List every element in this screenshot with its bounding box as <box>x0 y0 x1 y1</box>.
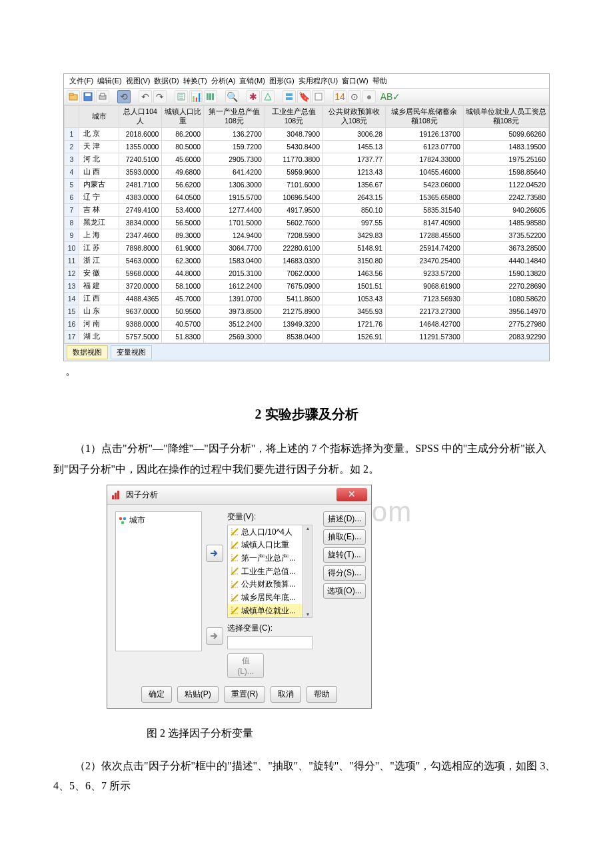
cell-value[interactable]: 5835.31540 <box>386 204 464 217</box>
row-number[interactable]: 1 <box>65 128 79 141</box>
variable-item[interactable]: 城镇单位就业... <box>228 604 312 617</box>
variables-list[interactable]: 总人口/10^4人城镇人口比重第一产业总产...工业生产总值...公共财政预算.… <box>227 525 312 618</box>
cell-value[interactable]: 5423.06000 <box>386 179 464 191</box>
cell-value[interactable]: 2018.6000 <box>119 128 162 141</box>
cell-value[interactable]: 22173.27300 <box>386 305 464 318</box>
cell-value[interactable]: 2775.27980 <box>463 318 548 331</box>
col-urban[interactable]: 城镇人口比重 <box>162 106 204 128</box>
show-all-vars-icon[interactable]: 14 <box>333 90 346 103</box>
menu-analyze[interactable]: 分析(A) <box>210 75 237 87</box>
variable-item[interactable]: 工业生产总值... <box>228 565 312 578</box>
cell-value[interactable]: 136.2700 <box>204 128 265 141</box>
cell-value[interactable]: 1080.58620 <box>463 293 548 305</box>
cell-city[interactable]: 辽 宁 <box>79 191 119 204</box>
menu-edit[interactable]: 编辑(E) <box>96 75 123 87</box>
source-variable-list[interactable]: 城市 <box>115 511 202 651</box>
menu-data[interactable]: 数据(D) <box>153 75 180 87</box>
table-row[interactable]: 17湖 北5757.500051.83002569.30008538.04001… <box>65 331 549 343</box>
help-button[interactable]: 帮助 <box>306 686 337 703</box>
value-labels-icon[interactable]: 🔖 <box>297 90 310 103</box>
describe-button[interactable]: 描述(D)... <box>323 511 366 527</box>
cell-value[interactable]: 49.6800 <box>162 166 204 179</box>
cell-city[interactable]: 湖 北 <box>79 331 119 343</box>
variable-item[interactable]: 城乡居民年底... <box>228 591 312 605</box>
cell-value[interactable]: 7208.5900 <box>265 229 322 242</box>
col-savings[interactable]: 城乡居民年底储蓄余额108元 <box>386 106 464 128</box>
menu-window[interactable]: 窗口(W) <box>340 75 370 87</box>
menu-file[interactable]: 文件(F) <box>68 75 95 87</box>
selection-variable-field[interactable] <box>227 636 312 649</box>
cell-value[interactable]: 2242.73580 <box>463 191 548 204</box>
cell-value[interactable]: 11770.3800 <box>265 153 322 166</box>
row-number[interactable]: 10 <box>65 242 79 255</box>
cell-value[interactable]: 58.1000 <box>162 280 204 293</box>
use-sets-icon[interactable] <box>312 90 325 103</box>
extract-button[interactable]: 抽取(E)... <box>323 529 366 545</box>
cell-value[interactable]: 2569.3000 <box>204 331 265 343</box>
cell-value[interactable]: 1485.98580 <box>463 217 548 229</box>
cell-city[interactable]: 北 京 <box>79 128 119 141</box>
close-icon[interactable]: ✕ <box>336 488 367 501</box>
reset-button[interactable]: 重置(R) <box>224 686 266 703</box>
cell-value[interactable]: 8147.40900 <box>386 217 464 229</box>
cell-value[interactable]: 997.55 <box>323 217 386 229</box>
cell-value[interactable]: 45.7000 <box>162 293 204 305</box>
cell-value[interactable]: 3512.2400 <box>204 318 265 331</box>
cell-value[interactable]: 1356.67 <box>323 179 386 191</box>
row-number[interactable]: 12 <box>65 267 79 280</box>
cell-value[interactable]: 1721.76 <box>323 318 386 331</box>
col-industry[interactable]: 工业生产总值108元 <box>265 106 322 128</box>
cell-value[interactable]: 1455.13 <box>323 141 386 153</box>
paste-button[interactable]: 粘贴(P) <box>177 686 219 703</box>
menu-help[interactable]: 帮助 <box>371 75 388 87</box>
cell-value[interactable]: 1701.5000 <box>204 217 265 229</box>
col-fiscal[interactable]: 公共财政预算收入108元 <box>323 106 386 128</box>
table-row[interactable]: 1北 京2018.600086.2000136.27003048.7900300… <box>65 128 549 141</box>
cell-value[interactable]: 50.9500 <box>162 305 204 318</box>
cell-value[interactable]: 3064.7700 <box>204 242 265 255</box>
cell-value[interactable]: 641.4200 <box>204 166 265 179</box>
cell-value[interactable]: 9637.0000 <box>119 305 162 318</box>
row-number[interactable]: 11 <box>65 255 79 267</box>
cell-value[interactable]: 61.9000 <box>162 242 204 255</box>
undo-icon[interactable]: ↶ <box>139 90 152 103</box>
cell-value[interactable]: 2749.4100 <box>119 204 162 217</box>
menu-utilities[interactable]: 实用程序(U) <box>297 75 339 87</box>
cell-value[interactable]: 1737.77 <box>323 153 386 166</box>
cell-value[interactable]: 2347.4600 <box>119 229 162 242</box>
cell-value[interactable]: 5959.9600 <box>265 166 322 179</box>
cell-value[interactable]: 5099.66260 <box>463 128 548 141</box>
cell-value[interactable]: 17288.45500 <box>386 229 464 242</box>
cell-city[interactable]: 河 北 <box>79 153 119 166</box>
cell-city[interactable]: 江 苏 <box>79 242 119 255</box>
cell-value[interactable]: 9068.61900 <box>386 280 464 293</box>
row-number[interactable]: 16 <box>65 318 79 331</box>
goto-case-icon[interactable] <box>175 90 188 103</box>
table-row[interactable]: 8黑龙江3834.000056.50001701.50005602.760099… <box>65 217 549 229</box>
scrollbar[interactable] <box>303 525 312 618</box>
menu-transform[interactable]: 转换(T) <box>182 75 209 87</box>
cell-value[interactable]: 13949.3200 <box>265 318 322 331</box>
variable-item[interactable]: 总人口/10^4人 <box>228 525 312 539</box>
cell-value[interactable]: 56.5000 <box>162 217 204 229</box>
row-number[interactable]: 14 <box>65 293 79 305</box>
cell-city[interactable]: 山 西 <box>79 166 119 179</box>
table-row[interactable]: 9上 海2347.460089.3000124.94007208.5900342… <box>65 229 549 242</box>
cell-value[interactable]: 1915.5700 <box>204 191 265 204</box>
cell-city[interactable]: 浙 江 <box>79 255 119 267</box>
save-icon[interactable] <box>81 90 95 103</box>
cell-city[interactable]: 吉 林 <box>79 204 119 217</box>
cell-value[interactable]: 7898.8000 <box>119 242 162 255</box>
row-number[interactable]: 9 <box>65 229 79 242</box>
cell-value[interactable]: 3673.28500 <box>463 242 548 255</box>
cell-value[interactable]: 3720.0000 <box>119 280 162 293</box>
cell-value[interactable]: 7101.6000 <box>265 179 322 191</box>
table-row[interactable]: 14江 西4488.436545.70001391.07005411.86001… <box>65 293 549 305</box>
cell-value[interactable]: 23470.25400 <box>386 255 464 267</box>
cell-value[interactable]: 1355.0000 <box>119 141 162 153</box>
rotate-button[interactable]: 旋转(T)... <box>323 547 366 563</box>
tab-data-view[interactable]: 数据视图 <box>67 345 108 359</box>
cell-value[interactable]: 5757.5000 <box>119 331 162 343</box>
cell-value[interactable]: 7675.0900 <box>265 280 322 293</box>
cell-value[interactable]: 80.5000 <box>162 141 204 153</box>
